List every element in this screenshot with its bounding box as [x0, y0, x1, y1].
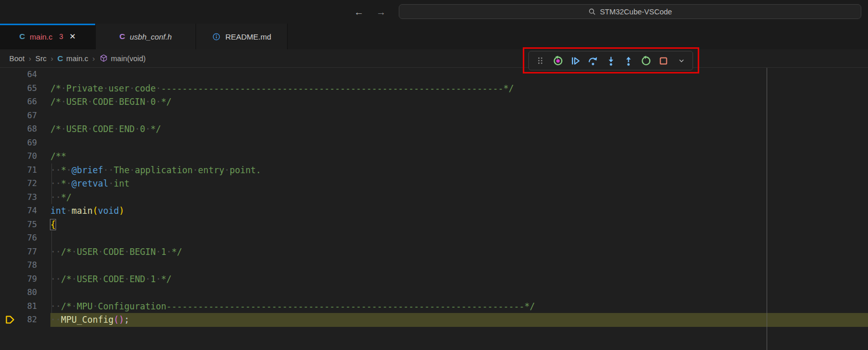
gutter[interactable]: 69: [0, 136, 50, 150]
code-line-69[interactable]: 69: [0, 136, 868, 150]
code-line-71[interactable]: 71··*·@brief··The·application·entry·poin…: [0, 163, 868, 177]
gutter[interactable]: 81: [0, 300, 50, 314]
info-icon: [212, 32, 221, 41]
editor-tab-bar: C main.c 3 ✕ C usbh_conf.h README.md: [0, 24, 868, 49]
navigate-back-button[interactable]: ←: [354, 7, 364, 17]
line-number: 66: [27, 95, 37, 109]
code-line-text: [50, 68, 868, 82]
code-line-79[interactable]: 79··/*·USER·CODE·END·1·*/: [0, 272, 868, 286]
gutter[interactable]: 67: [0, 109, 50, 123]
gutter[interactable]: 78: [0, 259, 50, 272]
code-line-80[interactable]: 80: [0, 286, 868, 300]
line-number: 74: [27, 204, 37, 218]
line-number: 67: [27, 109, 37, 123]
gutter[interactable]: 74: [0, 204, 50, 218]
problems-count-badge: 3: [59, 32, 63, 41]
code-line-66[interactable]: 66/*·USER·CODE·BEGIN·0·*/: [0, 95, 868, 109]
navigate-forward-button[interactable]: →: [376, 7, 386, 17]
line-number: 69: [27, 136, 37, 150]
chevron-right-icon: ›: [51, 54, 54, 63]
command-center-query: STM32Cube-VSCode: [600, 8, 672, 16]
close-tab-icon[interactable]: ✕: [69, 32, 76, 41]
debug-step-out-button[interactable]: [622, 54, 635, 67]
code-line-82[interactable]: 82··MPU_Config();: [0, 313, 868, 327]
toolbar-drag-grip[interactable]: [534, 54, 547, 67]
line-number: 78: [27, 259, 37, 272]
breadcrumb: Boot › Src › C main.c › main(void): [0, 49, 868, 68]
tab-readme-md[interactable]: README.md: [196, 24, 288, 49]
code-line-81[interactable]: 81··/*·MPU·Configuration----------------…: [0, 300, 868, 314]
breadcrumb-item-boot[interactable]: Boot: [9, 54, 25, 63]
line-number: 73: [27, 191, 37, 205]
line-number: 72: [27, 177, 37, 191]
tab-usbh-conf-h[interactable]: C usbh_conf.h: [96, 24, 196, 49]
breadcrumb-item-main-c[interactable]: C main.c: [58, 54, 88, 63]
line-number: 82: [27, 313, 37, 327]
chevron-right-icon: ›: [29, 54, 31, 63]
code-line-65[interactable]: 65/*·Private·user·code·-----------------…: [0, 82, 868, 96]
code-line-text: /*·USER·CODE·END·0·*/: [50, 122, 868, 136]
line-number: 65: [27, 82, 37, 96]
gutter[interactable]: 66: [0, 95, 50, 109]
code-line-text: /*·Private·user·code·-------------------…: [50, 82, 868, 96]
chevron-right-icon: ›: [93, 54, 95, 63]
gutter[interactable]: 70: [0, 150, 50, 163]
code-line-text: ··/*·MPU·Configuration------------------…: [50, 300, 868, 314]
code-line-75[interactable]: 75{: [0, 218, 868, 232]
code-line-78[interactable]: 78: [0, 259, 868, 272]
code-line-64[interactable]: 64: [0, 68, 868, 82]
continue-icon: [570, 56, 581, 66]
gutter[interactable]: 75: [0, 218, 50, 232]
debug-restart-button[interactable]: [640, 54, 653, 67]
gutter[interactable]: 82: [0, 313, 50, 327]
code-lines: 6465/*·Private·user·code·---------------…: [0, 68, 868, 327]
code-line-67[interactable]: 67: [0, 109, 868, 123]
debug-continue-button[interactable]: [569, 54, 582, 67]
c-file-icon: C: [58, 54, 63, 63]
chevron-down-icon: [677, 57, 686, 65]
code-line-72[interactable]: 72··*·@retval·int: [0, 177, 868, 191]
title-bar: ← → STM32Cube-VSCode: [0, 0, 868, 24]
gutter[interactable]: 64: [0, 68, 50, 82]
gutter[interactable]: 65: [0, 82, 50, 96]
gutter[interactable]: 72: [0, 177, 50, 191]
code-line-text: [50, 231, 868, 245]
search-icon: [588, 8, 596, 15]
tab-label: README.md: [225, 32, 271, 41]
code-line-text: [50, 109, 868, 123]
gutter[interactable]: 80: [0, 286, 50, 300]
code-line-text: ··/*·USER·CODE·END·1·*/: [50, 272, 868, 286]
command-center-search[interactable]: STM32Cube-VSCode: [399, 4, 861, 19]
code-line-text: /**: [50, 150, 868, 163]
code-line-77[interactable]: 77··/*·USER·CODE·BEGIN·1·*/: [0, 245, 868, 259]
gutter[interactable]: 73: [0, 191, 50, 205]
line-number: 80: [27, 286, 37, 300]
step-into-icon: [606, 56, 616, 66]
breadcrumb-item-main-void[interactable]: main(void): [99, 54, 146, 63]
gutter[interactable]: 77: [0, 245, 50, 259]
code-line-74[interactable]: 74int·main(void): [0, 204, 868, 218]
stop-icon: [658, 56, 669, 66]
debug-stop-button[interactable]: [657, 54, 670, 67]
debug-more-options-button[interactable]: [675, 54, 688, 67]
gripper-icon: [536, 56, 545, 65]
code-line-73[interactable]: 73··*/: [0, 191, 868, 205]
code-line-76[interactable]: 76: [0, 231, 868, 245]
gutter[interactable]: 68: [0, 122, 50, 136]
tab-main-c[interactable]: C main.c 3 ✕: [0, 24, 96, 49]
debug-reset-button[interactable]: [551, 54, 564, 67]
gutter[interactable]: 79: [0, 272, 50, 286]
code-line-text: /*·USER·CODE·BEGIN·0·*/: [50, 95, 868, 109]
tab-label: usbh_conf.h: [130, 32, 172, 41]
code-line-68[interactable]: 68/*·USER·CODE·END·0·*/: [0, 122, 868, 136]
debug-current-line-arrow-icon: [4, 315, 16, 325]
code-line-70[interactable]: 70/**: [0, 150, 868, 163]
breadcrumb-item-src[interactable]: Src: [36, 54, 47, 63]
editor-ruler: [767, 68, 767, 350]
code-line-text: ··*·@brief··The·application·entry·point.: [50, 163, 868, 177]
debug-step-over-button[interactable]: [587, 54, 600, 67]
gutter[interactable]: 76: [0, 231, 50, 245]
gutter[interactable]: 71: [0, 163, 50, 177]
debug-step-into-button[interactable]: [604, 54, 617, 67]
line-number: 79: [27, 272, 37, 286]
